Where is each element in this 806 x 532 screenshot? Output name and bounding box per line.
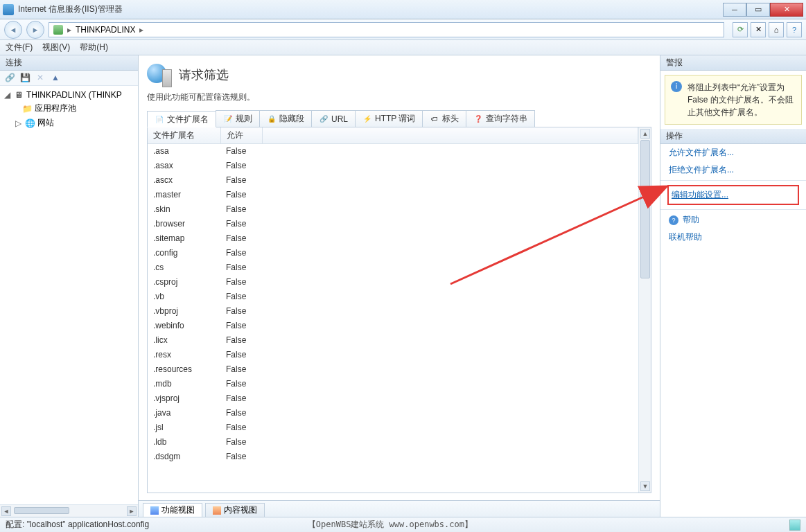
connections-tree[interactable]: ◢ 🖥 THINKPADLINX (THINKP 📁 应用程序池 ▷ 🌐 网站 [0, 86, 138, 504]
home-icon[interactable]: ⌂ [769, 22, 784, 37]
tab-hidden-seg[interactable]: 🔒隐藏段 [259, 110, 312, 127]
feature-view-tab[interactable]: 功能视图 [143, 503, 202, 517]
table-row[interactable]: .skinFalse [148, 202, 638, 217]
table-row[interactable]: .vbprojFalse [148, 304, 638, 319]
table-row[interactable]: .ascxFalse [148, 173, 638, 188]
back-button[interactable]: ◄ [4, 21, 22, 39]
tab-rules[interactable]: 📝规则 [216, 110, 260, 127]
action-edit-feature[interactable]: 编辑功能设置... [667, 185, 799, 205]
maximize-button[interactable]: ▭ [746, 3, 770, 17]
table-row[interactable]: .vjsprojFalse [148, 391, 638, 406]
action-online-help[interactable]: 联机帮助 [660, 229, 806, 246]
action-help[interactable]: ? 帮助 [660, 211, 806, 229]
stop-icon[interactable]: ✕ [751, 22, 766, 37]
scroll-thumb[interactable] [14, 507, 69, 514]
scroll-up-icon[interactable]: ▲ [640, 129, 650, 139]
cell-extension: .mdb [148, 377, 220, 391]
cell-extension: .java [148, 406, 220, 420]
sidebar-hscroll[interactable]: ◄ ► [0, 504, 138, 517]
scroll-left-icon[interactable]: ◄ [1, 506, 11, 516]
cell-allow: False [220, 406, 262, 420]
file-ext-icon: 📄 [155, 114, 164, 124]
alert-text: 将阻止列表中“允许”设置为 False 的文件扩展名。不会阻止其他文件扩展名。 [687, 81, 796, 118]
content-view-tab[interactable]: 内容视图 [205, 503, 265, 517]
breadcrumb-server[interactable]: THINKPADLINX [76, 25, 135, 35]
cell-allow: False [220, 246, 262, 260]
view-tabs: 功能视图 内容视图 [139, 500, 660, 517]
server-node-label[interactable]: THINKPADLINX (THINKP [26, 90, 122, 100]
table-row[interactable]: .resourcesFalse [148, 362, 638, 377]
alerts-header: 警报 [660, 55, 806, 71]
divider [660, 209, 806, 210]
tree-expander[interactable]: ◢ [3, 90, 11, 100]
address-bar[interactable]: ▸ THINKPADLINX ▸ [49, 22, 724, 37]
close-button[interactable]: ✕ [770, 3, 803, 17]
delete-icon[interactable]: ✕ [35, 73, 46, 84]
table-row[interactable]: .csFalse [148, 260, 638, 275]
table-row[interactable]: .browserFalse [148, 217, 638, 231]
tab-label: 文件扩展名 [167, 114, 209, 125]
tab-label: 规则 [236, 113, 252, 125]
help-icon[interactable]: ? [787, 22, 802, 37]
scroll-right-icon[interactable]: ► [127, 506, 137, 516]
extensions-table[interactable]: 文件扩展名 允许 .asaFalse.asaxFalse.ascxFalse.m… [148, 127, 638, 464]
table-row[interactable]: .mdbFalse [148, 377, 638, 391]
tree-expander[interactable]: ▷ [14, 118, 22, 128]
sites-label[interactable]: 网站 [37, 117, 54, 129]
table-row[interactable]: .asaxFalse [148, 159, 638, 173]
table-vscroll[interactable]: ▲ ▼ [638, 127, 651, 493]
connect-icon[interactable]: 🔗 [4, 73, 15, 84]
tab-label: URL [331, 114, 348, 124]
minimize-button[interactable]: ─ [723, 3, 746, 17]
menu-file[interactable]: 文件(F) [6, 42, 33, 53]
cell-extension: .asax [148, 159, 220, 173]
up-icon[interactable]: ▲ [50, 73, 61, 84]
cell-allow: False [220, 435, 262, 450]
save-icon[interactable]: 💾 [19, 73, 30, 84]
cell-extension: .dsdgm [148, 450, 220, 464]
cell-allow: False [220, 348, 262, 362]
app-pools-label[interactable]: 应用程序池 [35, 103, 76, 114]
scroll-thumb[interactable] [640, 140, 650, 278]
table-row[interactable]: .vbFalse [148, 290, 638, 304]
server-node-icon: 🖥 [14, 90, 24, 100]
info-icon: i [671, 81, 682, 92]
cell-extension: .master [148, 188, 220, 202]
statusbar: 配置: "localhost" applicationHost.config 【… [0, 517, 806, 532]
cell-allow: False [220, 333, 262, 348]
cell-extension: .jsl [148, 420, 220, 435]
refresh-icon[interactable]: ⟳ [733, 22, 748, 37]
col-allow[interactable]: 允许 [220, 127, 262, 144]
headers-icon: 🏷 [430, 114, 439, 124]
menu-view[interactable]: 视图(V) [42, 42, 70, 53]
status-config: 配置: "localhost" applicationHost.config [6, 519, 149, 531]
tab-querystring[interactable]: ❓查询字符串 [466, 110, 535, 127]
table-row[interactable]: .jslFalse [148, 420, 638, 435]
table-row[interactable]: .masterFalse [148, 188, 638, 202]
tab-headers[interactable]: 🏷标头 [422, 110, 466, 127]
tab-url[interactable]: 🔗URL [311, 110, 356, 127]
table-row[interactable]: .sitemapFalse [148, 231, 638, 246]
forward-button[interactable]: ► [26, 21, 44, 39]
menu-help[interactable]: 帮助(H) [80, 42, 108, 53]
tab-file-ext[interactable]: 📄文件扩展名 [147, 111, 216, 127]
table-row[interactable]: .csprojFalse [148, 275, 638, 290]
cell-extension: .vjsproj [148, 391, 220, 406]
table-row[interactable]: .configFalse [148, 246, 638, 260]
action-deny-ext[interactable]: 拒绝文件扩展名... [660, 161, 806, 179]
scroll-down-icon[interactable]: ▼ [640, 481, 650, 491]
col-extension[interactable]: 文件扩展名 [148, 127, 220, 144]
action-allow-ext[interactable]: 允许文件扩展名... [660, 144, 806, 161]
extensions-table-wrap: 文件扩展名 允许 .asaFalse.asaxFalse.ascxFalse.m… [147, 127, 651, 493]
table-row[interactable]: .javaFalse [148, 406, 638, 420]
content-view-label: 内容视图 [224, 504, 257, 516]
table-row[interactable]: .licxFalse [148, 333, 638, 348]
table-row[interactable]: .webinfoFalse [148, 319, 638, 333]
tab-http-verb[interactable]: ⚡HTTP 谓词 [355, 110, 423, 127]
cell-allow: False [220, 304, 262, 319]
table-row[interactable]: .ldbFalse [148, 435, 638, 450]
server-icon [53, 25, 63, 35]
table-row[interactable]: .resxFalse [148, 348, 638, 362]
table-row[interactable]: .asaFalse [148, 144, 638, 159]
table-row[interactable]: .dsdgmFalse [148, 450, 638, 464]
